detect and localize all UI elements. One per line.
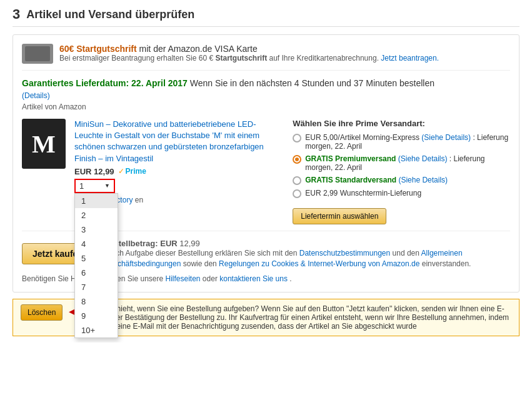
order-text: Durch Aufgabe dieser Bestellung erklären…: [104, 248, 510, 269]
details-link[interactable]: (Details): [22, 91, 50, 100]
kontakt-link[interactable]: kontaktieren Sie uns: [219, 274, 288, 283]
qty-selected-value: 1: [79, 181, 84, 191]
radio-wunschtermin-icon[interactable]: [293, 189, 301, 198]
product-price: EUR 12,99: [74, 167, 114, 176]
promo-text: 60€ Startgutschrift mit der Amazon.de VI…: [59, 44, 510, 62]
qty-option-2[interactable]: 2: [75, 208, 118, 222]
shipping-title: Wählen Sie ihre Prime Versandart:: [293, 119, 510, 128]
qty-option-10plus[interactable]: 10+: [75, 323, 118, 338]
prime-check-icon: ✓: [118, 167, 124, 176]
standard-details-link[interactable]: (Siehe Details): [398, 176, 448, 184]
liefertermin-button[interactable]: Liefertermin auswählen: [293, 208, 386, 224]
radio-standard-icon[interactable]: [293, 176, 301, 185]
promo-link[interactable]: Jetzt beantragen.: [381, 54, 439, 62]
promo-banner: 60€ Startgutschrift mit der Amazon.de VI…: [22, 44, 510, 71]
radio-premium-icon[interactable]: [293, 155, 301, 164]
prime-label: Prime: [126, 167, 146, 176]
main-card: 60€ Startgutschrift mit der Amazon.de VI…: [13, 34, 519, 292]
shipping-options: Wählen Sie ihre Prime Versandart: EUR 5,…: [293, 119, 510, 224]
qty-option-5[interactable]: 5: [75, 251, 118, 266]
total-info: Bestellbetrag: EUR 12,99 Durch Aufgabe d…: [104, 239, 510, 269]
hilfeseiten-link[interactable]: Hilfeseiten: [165, 274, 200, 283]
total-label: Bestellbetrag: EUR 12,99: [104, 239, 510, 248]
qty-option-6[interactable]: 6: [75, 266, 118, 280]
shipping-option-morning[interactable]: EUR 5,00/Artikel Morning-Express (Siehe …: [293, 133, 510, 151]
dropdown-arrow-icon: ▼: [104, 182, 110, 189]
product-row: M MiniSun – Dekorative und batteriebetri…: [22, 119, 283, 204]
premium-details-link[interactable]: (Siehe Details): [398, 154, 448, 163]
artikel-von: Artikel von Amazon: [22, 102, 510, 111]
qty-option-8[interactable]: 8: [75, 294, 118, 309]
loeschen-button[interactable]: Löschen: [21, 304, 63, 321]
visa-card-icon: [22, 44, 53, 64]
section-title: Artikel und Versand überprüfen: [26, 8, 194, 21]
qty-dropdown: 1 2 3 4 5 6 7 8 9 10+: [74, 193, 118, 338]
product-details: MiniSun – Dekorative und batteriebetrieb…: [74, 119, 283, 204]
shipping-option-premium[interactable]: GRATIS Premiumversand (Siehe Details) : …: [293, 154, 510, 172]
qty-option-3[interactable]: 3: [75, 222, 118, 237]
product-title[interactable]: MiniSun – Dekorative und batteriebetrieb…: [74, 119, 283, 164]
delivery-date: Garantiertes Lieferdatum: 22. April 2017…: [22, 78, 510, 88]
radio-morning-icon[interactable]: [293, 134, 301, 142]
prime-badge: ✓ Prime: [118, 167, 146, 176]
product-price-row: EUR 12,99 ✓ Prime: [74, 167, 283, 176]
shipping-option-wunschtermin[interactable]: EUR 2,99 Wunschtermin-Lieferung: [293, 189, 510, 198]
section-number: 3: [13, 6, 20, 22]
qty-area[interactable]: 1 ▼ 1 2 3 4 5 6 7 8 9: [74, 179, 115, 193]
delivery-label: Garantiertes Lieferdatum:: [22, 78, 131, 88]
qty-option-1[interactable]: 1: [75, 194, 118, 208]
morning-details-link[interactable]: (Siehe Details): [421, 133, 471, 142]
promo-subtitle: Bei erstmaliger Beantragung erhalten Sie…: [59, 54, 510, 62]
qty-option-7[interactable]: 7: [75, 280, 118, 294]
promo-title: 60€ Startgutschrift mit der Amazon.de VI…: [59, 44, 510, 54]
cookies-link[interactable]: Regelungen zu Cookies & Internet-Werbung…: [219, 259, 419, 268]
product-image: M: [22, 119, 66, 169]
datenschutz-link[interactable]: Datenschutzbestimmungen: [299, 249, 390, 258]
section-header: 3 Artikel und Versand überprüfen: [13, 6, 519, 27]
warning-text: Was geschieht, wenn Sie eine Bestellung …: [84, 304, 511, 331]
shipping-option-standard[interactable]: GRATIS Standardversand (Siehe Details): [293, 176, 510, 185]
qty-select-box[interactable]: 1 ▼: [74, 179, 115, 193]
qty-option-9[interactable]: 9: [75, 309, 118, 323]
qty-option-4[interactable]: 4: [75, 237, 118, 251]
